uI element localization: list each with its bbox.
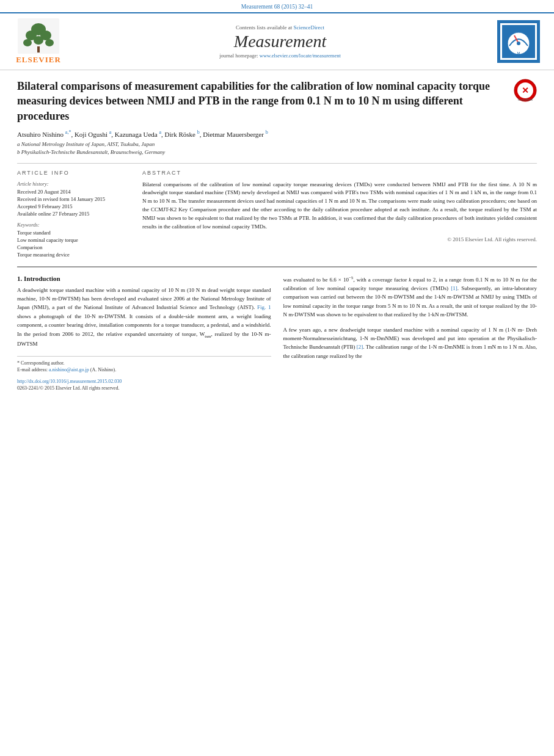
abstract-col: ABSTRACT Bilateral comparisons of the ca… [142,170,537,259]
crossmark-badge: ✕ CrossMark [514,79,537,103]
svg-rect-7 [37,46,40,53]
body-section: 1. Introduction A deadweight torque stan… [17,275,537,392]
journal-logo-right: M [494,20,543,63]
received-date: Received 20 August 2014 [17,189,130,195]
available-online-date: Available online 27 February 2015 [17,211,130,217]
keyword-4: Torque measuring device [17,252,130,258]
history-label: Article history: [17,181,130,187]
crossmark-icon: ✕ CrossMark [514,79,537,102]
main-content: Bilateral comparisons of measurement cap… [0,70,554,398]
body-divider [17,266,537,267]
body-left-col: 1. Introduction A deadweight torque stan… [17,275,271,392]
page: Measurement 68 (2015) 32–41 ELSEVIER Co [0,0,554,756]
doi-link[interactable]: http://dx.doi.org/10.1016/j.measurement.… [17,379,271,384]
elsevier-brand-name: ELSEVIER [16,55,61,65]
svg-point-6 [34,36,43,45]
svg-point-5 [45,39,54,46]
copyright-line: © 2015 Elsevier Ltd. All rights reserved… [142,236,537,242]
journal-title: Measurement [73,32,487,51]
affiliation-a: a National Metrology Institute of Japan,… [17,140,537,149]
journal-citation: Measurement 68 (2015) 32–41 [0,0,554,12]
footnote-area: * Corresponding author. E-mail address: … [17,356,271,391]
keywords-label: Keywords: [17,222,130,228]
abstract-header: ABSTRACT [142,170,537,176]
contents-available-text: Contents lists available at ScienceDirec… [73,24,487,31]
accepted-date: Accepted 9 February 2015 [17,203,130,209]
ref2-link[interactable]: [2] [357,344,363,350]
keyword-2: Low nominal capacity torque [17,237,130,243]
email-link[interactable]: a.nishino@aist.go.jp [49,367,89,373]
article-title: Bilateral comparisons of measurement cap… [17,79,537,123]
sciencedirect-link[interactable]: ScienceDirect [294,24,324,31]
received-revised-date: Received in revised form 14 January 2015 [17,196,130,202]
ref1-link[interactable]: [1] [451,285,457,291]
keyword-3: Comparison [17,244,130,250]
intro-section-title: 1. Introduction [17,275,271,282]
intro-right-paragraph-1: was evaluated to be 6.6 × 10−5, with a c… [283,275,538,319]
intro-paragraph-1: A deadweight torque standard machine wit… [17,286,271,349]
footnote-corresponding: * Corresponding author. [17,360,271,366]
affiliation-b: b Physikalisch-Technische Bundesanstalt,… [17,148,537,157]
elsevier-logo: ELSEVIER [11,18,66,65]
svg-text:M: M [517,51,520,55]
keyword-1: Torque standard [17,230,130,236]
authors-line: Atsuhiro Nishino a,*, Koji Ogushi a, Kaz… [17,129,537,138]
info-abstract-section: ARTICLE INFO Article history: Received 2… [17,170,537,259]
article-info-header: ARTICLE INFO [17,170,130,176]
article-title-area: Bilateral comparisons of measurement cap… [17,79,537,123]
body-right-col: was evaluated to be 6.6 × 10−5, with a c… [283,275,538,392]
journal-header: ELSEVIER Contents lists available at Sci… [0,12,554,70]
journal-homepage: journal homepage: www.elsevier.com/locat… [73,53,487,59]
abstract-text: Bilateral comparisons of the calibration… [142,181,537,232]
issn-text: 0263-2241/© 2015 Elsevier Ltd. All right… [17,385,271,391]
measurement-journal-icon: M [497,20,540,63]
footnote-email: E-mail address: a.nishino@aist.go.jp (A.… [17,367,271,373]
intro-right-paragraph-2: A few years ago, a new deadweight torque… [283,325,538,361]
fig1-link[interactable]: Fig. 1 [257,304,271,310]
journal-center: Contents lists available at ScienceDirec… [73,24,487,59]
affiliations: a National Metrology Institute of Japan,… [17,140,537,157]
journal-logo-box: M [497,20,540,63]
svg-point-13 [517,42,520,45]
elsevier-tree-icon [18,18,59,54]
svg-text:CrossMark: CrossMark [518,98,533,101]
svg-point-4 [23,39,32,46]
article-info-col: ARTICLE INFO Article history: Received 2… [17,170,130,259]
svg-text:✕: ✕ [522,85,529,95]
header-divider [17,163,537,164]
journal-url[interactable]: www.elsevier.com/locate/measurement [260,53,341,59]
